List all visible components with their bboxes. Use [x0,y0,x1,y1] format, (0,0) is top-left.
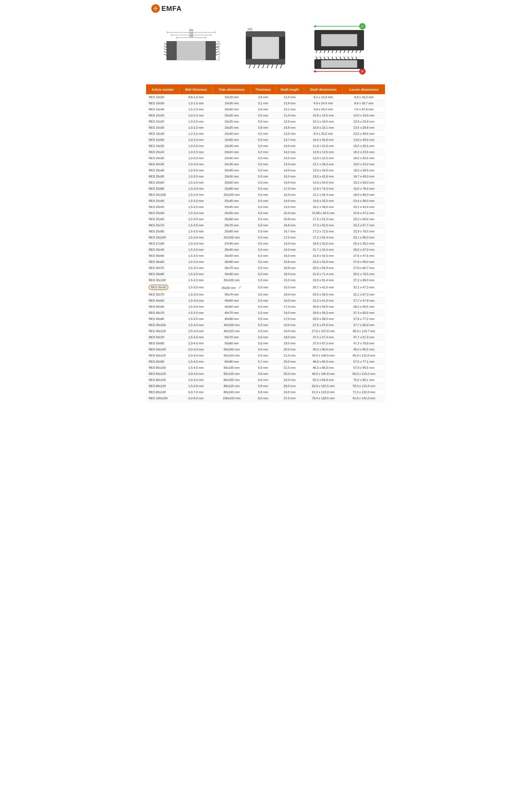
table-row: RES 50x802,0-4,0 mm50x80 mm5,0 mm19,0 mm… [146,340,385,346]
data-cell: 1,0-3,0 mm [180,174,212,179]
dimensions-table: Article number Wall thickness Tube dimen… [146,85,385,401]
table-row: RES 20x1001,5-3,0 mm20x100 mm5,0 mm16,9 … [146,192,385,198]
data-cell: 4,2 mm [251,131,275,137]
data-cell: 39,3 x 90,0 mm [304,346,343,352]
data-cell: 8,8 x 28,7 mm [343,100,385,106]
data-cell: 10,9 x 23,1 mm [304,125,343,131]
data-cell: 5,7 mm [251,359,275,365]
data-cell: 5,0 mm [251,192,275,198]
data-cell: 14,2 mm [275,149,304,155]
article-number-cell: RES 80x100 [146,377,180,383]
data-cell: 28,6 x 58,3 mm [304,310,343,316]
data-cell: 5,0-7,0 mm [180,389,212,395]
data-cell: 5,0 mm [251,174,275,179]
article-number-cell: RES 15x30 [146,125,180,131]
data-cell: 4,9 x 34,3 mm [304,106,343,113]
table-row: RES 25x501,5-3,0 mm25x50 mm5,0 mm16,0 mm… [146,210,385,216]
data-cell: 5,0 mm [251,247,275,253]
col-article-number: Article number [146,85,180,94]
svg-line-46 [258,64,260,69]
data-cell: 26,7 x 41,5 mm [304,283,343,291]
table-row: RES 60x1001,5-4,0 mm60x100 mm5,0 mm21,5 … [146,365,385,371]
data-cell: 7,6 x 37,8 mm [343,106,385,113]
svg-marker-53 [313,25,316,28]
data-cell: 24,0 mm [275,377,304,383]
data-cell: 3,1 mm [251,100,275,106]
data-cell: 27,6 x 87,0 mm [304,322,343,328]
table-row: RES 80x1405,0-7,0 mm80x140 mm5,8 mm24,0 … [146,389,385,395]
article-number-cell: RES 20x40 [146,168,180,174]
diagram-correct-wrong: ✓ ✕ [311,22,369,76]
data-cell: 5,0 mm [251,310,275,316]
article-number-cell: RES 40x70 [146,310,180,316]
data-cell: 37,0 x 67,5 mm [304,340,343,346]
table-row: RES 35x501,5-3,0 mm35x50 mm ✓5,0 mm15,0 … [146,283,385,291]
data-cell: 19,0 mm [275,291,304,298]
data-cell: 4,9 x 24,4 mm [304,100,343,106]
data-cell: 11,0 mm [275,113,304,119]
data-cell: 15,0 mm [275,174,304,179]
data-cell: 19,0 mm [275,328,304,334]
table-row: RES 18x301,0-3,0 mm18x30 mm5,0 mm14,0 mm… [146,143,385,149]
article-number-cell: RES 40x100 [146,322,180,328]
table-row: RES 15x401,2-2,5 mm15x40 mm4,2 mm13,0 mm… [146,131,385,137]
data-cell: 60x120 mm [213,371,251,377]
col-tube-dimensions: Tube dimensions [213,85,251,94]
data-cell: 27,2 x 98,0 mm [343,277,385,283]
data-cell: 1,5-3,0 mm [180,265,212,271]
data-cell: 40x120 mm [213,328,251,334]
data-cell: 19,8 x 32,6 mm [304,241,343,247]
table-row: RES 20x501,0-3,0 mm20x50 mm5,0 mm15,0 mm… [146,174,385,179]
table-row: RES 15x251,0-2,0 mm15x25 mm5,0 mm12,9 mm… [146,119,385,125]
data-cell: 13,5 x 28,8 mm [343,125,385,131]
data-cell: 40x50 mm [213,298,251,304]
article-number-cell: RES 15x20 [146,113,180,119]
svg-line-59 [316,50,317,53]
data-cell: 18,0 x 33,2 mm [343,161,385,168]
article-number-cell: RES 20x60 [146,179,180,186]
article-number-cell: RES 30x100 [146,277,180,283]
article-number-cell: RES 30x60 [146,259,180,265]
svg-line-86 [344,57,345,59]
data-cell: 14,0 mm [275,247,304,253]
svg-line-83 [332,57,333,59]
data-cell: 5,0 mm [251,298,275,304]
data-cell: 5,0 mm [251,216,275,222]
data-cell: 12,0 mm [275,94,304,100]
data-cell: 1,5-3,0 mm [180,259,212,265]
article-number-cell: RES 80x120 [146,383,180,389]
table-row: RES 25x801,5-3,0 mm25x80 mm5,0 mm16,7 mm… [146,228,385,234]
data-cell: 14,0 mm [275,241,304,247]
data-cell: 18,0 mm [275,298,304,304]
data-cell: 15,08 x 40,5 mm [304,210,343,216]
data-cell: 40x80 mm [213,316,251,322]
article-number-cell: RES 20x100 [146,192,180,198]
data-cell: 50x100 mm [213,346,251,352]
data-cell: 4,2 mm [251,149,275,155]
svg-text:RM: RM [189,29,193,32]
article-number-cell: RES 25x40 [146,198,180,204]
data-cell: 25x80 mm [213,228,251,234]
svg-line-21 [164,49,167,50]
data-cell: 25x60 mm [213,216,251,222]
data-cell: 8,3 x 33,5 mm [304,131,343,137]
data-cell: 14,0 mm [275,168,304,174]
article-number-cell: RES 15x40 [146,131,180,137]
data-cell: 10,6 x 45,6 mm [304,137,343,143]
svg-line-68 [352,50,353,53]
data-cell: 38,2 x 58,5 mm [343,304,385,310]
table-row: RES 20x601,5-3,0 mm20x60 mm5,0 mm14,0 mm… [146,179,385,186]
data-cell: 1,2-2,5 mm [180,131,212,137]
data-cell: 1,5-3,0 mm [180,298,212,304]
table-row: RES 60x801,5-4,0 mm60x80 mm5,7 mm20,0 mm… [146,359,385,365]
data-cell: 1,5-3,0 mm [180,222,212,228]
data-cell: 30x70 mm [213,265,251,271]
data-cell: 15x20 mm [213,113,251,119]
data-cell: 1,0-2,0 mm [180,125,212,131]
svg-text:LM: LM [189,32,193,35]
article-number-cell: RES 50x80 [146,340,180,346]
table-row: RES 25x601,5-3,0 mm25x60 mm5,0 mm16,8 mm… [146,216,385,222]
data-cell: 14,0 mm [275,143,304,149]
svg-rect-17 [167,41,177,60]
data-cell: 20,5 x 58,9 mm [304,265,343,271]
